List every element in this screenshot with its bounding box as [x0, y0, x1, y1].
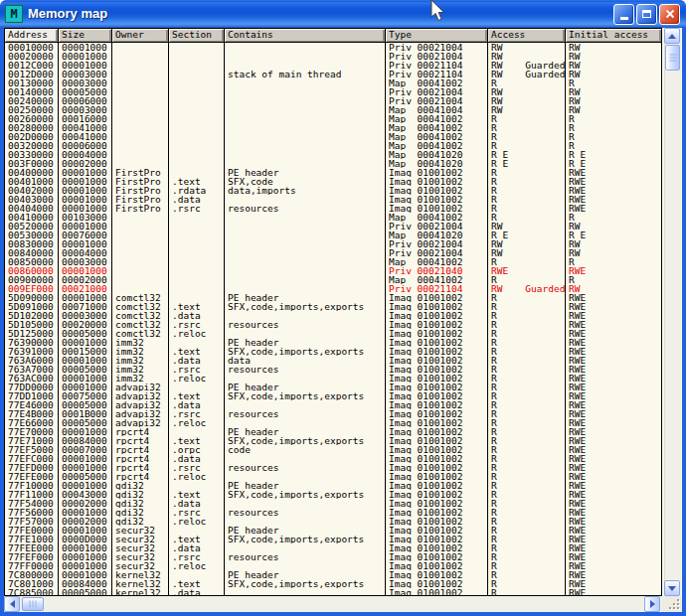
- table-row[interactable]: 0012D00000003000stack of main threadPriv…: [5, 70, 661, 78]
- table-row[interactable]: 0014000000005000Priv 00021004RWRW: [5, 87, 661, 96]
- resize-grip[interactable]: [662, 596, 682, 612]
- cell-size: 00001000: [59, 481, 112, 490]
- table-row[interactable]: 0041000000103000Map 00041002RR: [5, 213, 661, 222]
- table-row[interactable]: 77F5400000002000gdi32.dataImag 01001002R…: [5, 499, 661, 508]
- table-row[interactable]: 0040300000001000FirstPro.dataImag 010010…: [5, 195, 661, 204]
- table-row[interactable]: 0090000000002000Map 00041002RR: [5, 275, 661, 284]
- table-row[interactable]: 0040200000001000FirstPro.rdatadata,impor…: [5, 186, 661, 195]
- table-row[interactable]: 77E4600000005000advapi32.dataImag 010010…: [5, 400, 661, 409]
- table-row[interactable]: 0026000000016000Map 00041002RR: [5, 114, 661, 123]
- cell-access: RW: [488, 248, 566, 257]
- scroll-right-button[interactable]: [644, 596, 660, 612]
- table-row[interactable]: 5D10200000003000comctl32.dataImag 010010…: [5, 311, 661, 320]
- column-header-contains[interactable]: Contains: [225, 29, 386, 42]
- cell-size: 00016000: [59, 114, 112, 123]
- table-row[interactable]: 0001000000001000Priv 00021004RWRW: [5, 43, 661, 52]
- cell-contains: SFX,code,imports,exports: [225, 347, 386, 356]
- table-row[interactable]: 77DD100000075000advapi32.textSFX,code,im…: [5, 391, 661, 400]
- table-row[interactable]: 77FE10000000D000secur32.textSFX,code,imp…: [5, 535, 661, 543]
- table-row[interactable]: 77FE000000001000secur32PE headerImag 010…: [5, 526, 661, 535]
- cell-owner: advapi32: [112, 418, 169, 427]
- table-row[interactable]: 0028000000041000Map 00041002RR: [5, 123, 661, 132]
- table-row[interactable]: 0040000000001000FirstProPE headerImag 01…: [5, 168, 661, 177]
- table-row[interactable]: 77EFD00000001000rpcrt4.rsrcresourcesImag…: [5, 463, 661, 472]
- column-header-type[interactable]: Type: [386, 29, 488, 42]
- table-row[interactable]: 0086000000001000Priv 00021040RWERWE: [5, 266, 661, 275]
- table-row[interactable]: 0052000000001000Priv 00021004RWRW: [5, 222, 661, 231]
- cell-owner: comctl32: [112, 293, 169, 302]
- table-row[interactable]: 0085000000003000Map 00041002RR: [5, 257, 661, 266]
- table-row[interactable]: 003F000000002000Map 00041020R ER E: [5, 159, 661, 168]
- column-header-owner[interactable]: Owner: [112, 29, 169, 42]
- table-row[interactable]: 7C80000000001000kernel32PE headerImag 01…: [5, 570, 661, 579]
- cell-section: [169, 284, 225, 293]
- cell-contains: [225, 52, 386, 61]
- table-row[interactable]: 77E7000000001000rpcrt4PE headerImag 0100…: [5, 427, 661, 436]
- table-row[interactable]: 77F1100000043000gdi32.textSFX,code,impor…: [5, 490, 661, 499]
- table-row[interactable]: 0032000000006000Map 00041002RR: [5, 141, 661, 150]
- table-row[interactable]: 0013000000003000Map 00041002RR: [5, 78, 661, 87]
- table-row[interactable]: 0053000000076000Map 00041020R ER E: [5, 231, 661, 239]
- close-button[interactable]: [659, 4, 680, 25]
- cell-address: 00280000: [5, 123, 59, 132]
- table-row[interactable]: 7639000000001000imm32PE headerImag 01001…: [5, 338, 661, 347]
- column-header-section[interactable]: Section: [169, 29, 225, 42]
- table-row[interactable]: 5D09100000071000comctl32.textSFX,code,im…: [5, 302, 661, 311]
- table-row[interactable]: 0040400000001000FirstPro.rsrcresourcesIm…: [5, 204, 661, 213]
- table-row[interactable]: 77F1000000001000gdi32PE headerImag 01001…: [5, 481, 661, 490]
- table-row[interactable]: 77E7100000084000rpcrt4.textSFX,code,impo…: [5, 436, 661, 445]
- table-row[interactable]: 77EF500000007000rpcrt4.orpccodeImag 0100…: [5, 445, 661, 454]
- table-row[interactable]: 009EF00000021000Priv 00021104RW GuardedR…: [5, 284, 661, 293]
- table-row[interactable]: 763AC00000001000imm32.relocImag 01001002…: [5, 374, 661, 383]
- scroll-up-button[interactable]: [664, 28, 680, 44]
- horizontal-scroll-thumb[interactable]: [22, 597, 44, 611]
- table-row[interactable]: 0033000000004000Map 00041020R ER E: [5, 150, 661, 159]
- minimize-button[interactable]: [613, 4, 634, 25]
- table-row[interactable]: 0083000000001000Priv 00021004RWRW: [5, 239, 661, 248]
- cell-owner: [112, 275, 169, 284]
- table-row[interactable]: 7639100000015000imm32.textSFX,code,impor…: [5, 347, 661, 356]
- maximize-button[interactable]: [636, 4, 657, 25]
- table-row[interactable]: 7C88500000005000kernel32.dataImag 010010…: [5, 588, 661, 596]
- scroll-down-button[interactable]: [664, 580, 680, 596]
- cell-section: .text: [169, 535, 225, 543]
- table-row[interactable]: 763A700000005000imm32.rsrcresourcesImag …: [5, 365, 661, 374]
- titlebar[interactable]: M Memory map: [0, 0, 686, 28]
- vertical-scroll-thumb[interactable]: [665, 45, 680, 71]
- table-row[interactable]: 0024000000006000Priv 00021004RWRW: [5, 96, 661, 105]
- column-header-size[interactable]: Size: [59, 29, 112, 42]
- table-row[interactable]: 5D12500000005000comctl32.relocImag 01001…: [5, 329, 661, 338]
- column-header-initial-access[interactable]: Initial access: [566, 29, 661, 42]
- scroll-left-button[interactable]: [4, 596, 20, 612]
- table-row[interactable]: 77DD000000001000advapi32PE headerImag 01…: [5, 383, 661, 391]
- table-row[interactable]: 77FF000000001000secur32.relocImag 010010…: [5, 561, 661, 570]
- table-row[interactable]: 77E6600000005000advapi32.relocImag 01001…: [5, 418, 661, 427]
- horizontal-scrollbar[interactable]: [4, 596, 682, 612]
- table-row[interactable]: 763A600000001000imm32.datadataImag 01001…: [5, 356, 661, 365]
- table-row[interactable]: 77F5600000001000gdi32.rsrcresourcesImag …: [5, 508, 661, 517]
- column-header-access[interactable]: Access: [488, 29, 566, 42]
- table-row[interactable]: 5D10500000020000comctl32.rsrcresourcesIm…: [5, 320, 661, 329]
- table-row[interactable]: 77FEF00000001000secur32.rsrcresourcesIma…: [5, 552, 661, 561]
- table-row[interactable]: 77FEE00000001000secur32.dataImag 0100100…: [5, 543, 661, 552]
- column-header-address[interactable]: Address: [5, 29, 59, 42]
- table-row[interactable]: 002D000000041000Map 00041002RR: [5, 132, 661, 141]
- table-row[interactable]: 0002000000001000Priv 00021004RWRW: [5, 52, 661, 61]
- cell-section: .rsrc: [169, 508, 225, 517]
- cell-initial-access: RWE: [566, 356, 661, 365]
- table-row[interactable]: 77F5700000002000gdi32.relocImag 01001002…: [5, 517, 661, 526]
- cell-type: Imag 01001002: [386, 329, 488, 338]
- table-row[interactable]: 5D09000000001000comctl32PE headerImag 01…: [5, 293, 661, 302]
- table-row[interactable]: 0040100000001000FirstPro.textSFX,codeIma…: [5, 177, 661, 186]
- table-row[interactable]: 0084000000004000Priv 00021004RWRW: [5, 248, 661, 257]
- cell-type: Imag 01001002: [386, 293, 488, 302]
- table-row[interactable]: 77EFE00000005000rpcrt4.relocImag 0100100…: [5, 472, 661, 481]
- table-row[interactable]: 7C80100000084000kernel32.textSFX,code,im…: [5, 579, 661, 588]
- table-row[interactable]: 77EFC00000001000rpcrt4.dataImag 01001002…: [5, 454, 661, 463]
- table-row[interactable]: 0025000000003000Map 00041004RWRW: [5, 105, 661, 114]
- vertical-scrollbar[interactable]: [664, 28, 681, 596]
- cell-section: [169, 132, 225, 141]
- table-row[interactable]: 0012C00000001000Priv 00021104RW GuardedR…: [5, 61, 661, 70]
- table-row[interactable]: 77E4B0000001B000advapi32.rsrcresourcesIm…: [5, 409, 661, 418]
- cell-type: Map 00041002: [386, 132, 488, 141]
